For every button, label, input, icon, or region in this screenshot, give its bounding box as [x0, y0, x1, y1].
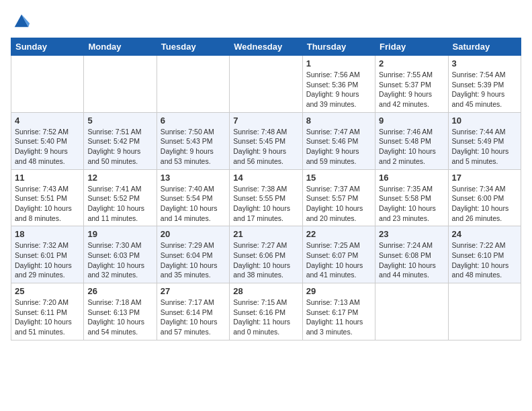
day-info: Sunrise: 7:50 AM Sunset: 5:43 PM Dayligh… [161, 127, 226, 167]
day-info: Sunrise: 7:27 AM Sunset: 6:06 PM Dayligh… [233, 240, 298, 280]
day-info: Sunrise: 7:20 AM Sunset: 6:11 PM Dayligh… [15, 298, 80, 337]
calendar-cell: 10Sunrise: 7:44 AM Sunset: 5:49 PM Dayli… [448, 112, 521, 169]
day-info: Sunrise: 7:35 AM Sunset: 5:58 PM Dayligh… [379, 184, 444, 224]
calendar-cell: 22Sunrise: 7:25 AM Sunset: 6:07 PM Dayli… [302, 226, 375, 283]
day-number: 19 [87, 229, 152, 239]
day-number: 11 [15, 173, 80, 183]
calendar-cell: 9Sunrise: 7:46 AM Sunset: 5:48 PM Daylig… [375, 112, 448, 169]
day-info: Sunrise: 7:55 AM Sunset: 5:37 PM Dayligh… [379, 70, 444, 109]
day-info: Sunrise: 7:34 AM Sunset: 6:00 PM Dayligh… [452, 184, 517, 224]
day-info: Sunrise: 7:47 AM Sunset: 5:46 PM Dayligh… [306, 127, 371, 167]
day-info: Sunrise: 7:37 AM Sunset: 5:57 PM Dayligh… [306, 184, 371, 224]
day-number: 16 [379, 173, 444, 183]
calendar-week-3: 11Sunrise: 7:43 AM Sunset: 5:51 PM Dayli… [11, 169, 521, 226]
day-number: 23 [379, 229, 444, 239]
day-number: 17 [452, 173, 517, 183]
calendar-cell [448, 283, 521, 340]
calendar-cell: 21Sunrise: 7:27 AM Sunset: 6:06 PM Dayli… [230, 226, 302, 283]
calendar-cell: 17Sunrise: 7:34 AM Sunset: 6:00 PM Dayli… [448, 169, 521, 226]
day-number: 6 [161, 116, 226, 126]
day-number: 13 [161, 173, 226, 183]
logo [11, 11, 31, 32]
day-number: 20 [161, 229, 226, 239]
day-header-sunday: Sunday [11, 38, 84, 56]
calendar-cell: 2Sunrise: 7:55 AM Sunset: 5:37 PM Daylig… [375, 56, 448, 113]
calendar-cell: 15Sunrise: 7:37 AM Sunset: 5:57 PM Dayli… [302, 169, 375, 226]
day-number: 26 [87, 286, 152, 296]
calendar-header: SundayMondayTuesdayWednesdayThursdayFrid… [11, 38, 521, 56]
day-info: Sunrise: 7:30 AM Sunset: 6:03 PM Dayligh… [87, 240, 152, 280]
day-info: Sunrise: 7:54 AM Sunset: 5:39 PM Dayligh… [452, 70, 517, 109]
calendar-cell [230, 56, 302, 113]
calendar-cell: 7Sunrise: 7:48 AM Sunset: 5:45 PM Daylig… [230, 112, 302, 169]
page-header [11, 11, 521, 32]
calendar-cell [157, 56, 229, 113]
day-info: Sunrise: 7:44 AM Sunset: 5:49 PM Dayligh… [452, 127, 517, 167]
calendar-cell: 4Sunrise: 7:52 AM Sunset: 5:40 PM Daylig… [11, 112, 84, 169]
calendar-cell: 1Sunrise: 7:56 AM Sunset: 5:36 PM Daylig… [302, 56, 375, 113]
calendar: SundayMondayTuesdayWednesdayThursdayFrid… [11, 38, 521, 340]
day-info: Sunrise: 7:38 AM Sunset: 5:55 PM Dayligh… [233, 184, 298, 224]
day-number: 7 [233, 116, 298, 126]
day-header-monday: Monday [84, 38, 157, 56]
day-number: 28 [233, 286, 298, 296]
day-number: 3 [452, 58, 517, 68]
calendar-week-2: 4Sunrise: 7:52 AM Sunset: 5:40 PM Daylig… [11, 112, 521, 169]
day-headers-row: SundayMondayTuesdayWednesdayThursdayFrid… [11, 38, 521, 56]
day-info: Sunrise: 7:41 AM Sunset: 5:52 PM Dayligh… [87, 184, 152, 224]
calendar-cell: 18Sunrise: 7:32 AM Sunset: 6:01 PM Dayli… [11, 226, 84, 283]
calendar-week-1: 1Sunrise: 7:56 AM Sunset: 5:36 PM Daylig… [11, 56, 521, 113]
day-number: 14 [233, 173, 298, 183]
day-info: Sunrise: 7:29 AM Sunset: 6:04 PM Dayligh… [161, 240, 226, 280]
calendar-cell: 26Sunrise: 7:18 AM Sunset: 6:13 PM Dayli… [84, 283, 157, 340]
day-number: 15 [306, 173, 371, 183]
day-header-wednesday: Wednesday [230, 38, 302, 56]
day-info: Sunrise: 7:48 AM Sunset: 5:45 PM Dayligh… [233, 127, 298, 167]
day-number: 22 [306, 229, 371, 239]
day-number: 2 [379, 58, 444, 68]
day-info: Sunrise: 7:25 AM Sunset: 6:07 PM Dayligh… [306, 240, 371, 280]
day-info: Sunrise: 7:13 AM Sunset: 6:17 PM Dayligh… [306, 298, 371, 337]
day-number: 5 [87, 116, 152, 126]
day-info: Sunrise: 7:43 AM Sunset: 5:51 PM Dayligh… [15, 184, 80, 224]
day-info: Sunrise: 7:52 AM Sunset: 5:40 PM Dayligh… [15, 127, 80, 167]
day-info: Sunrise: 7:18 AM Sunset: 6:13 PM Dayligh… [87, 298, 152, 337]
day-number: 24 [452, 229, 517, 239]
calendar-cell: 16Sunrise: 7:35 AM Sunset: 5:58 PM Dayli… [375, 169, 448, 226]
calendar-cell: 27Sunrise: 7:17 AM Sunset: 6:14 PM Dayli… [157, 283, 229, 340]
day-info: Sunrise: 7:56 AM Sunset: 5:36 PM Dayligh… [306, 70, 371, 109]
day-header-thursday: Thursday [302, 38, 375, 56]
calendar-week-4: 18Sunrise: 7:32 AM Sunset: 6:01 PM Dayli… [11, 226, 521, 283]
calendar-cell: 14Sunrise: 7:38 AM Sunset: 5:55 PM Dayli… [230, 169, 302, 226]
day-number: 1 [306, 58, 371, 68]
day-info: Sunrise: 7:32 AM Sunset: 6:01 PM Dayligh… [15, 240, 80, 280]
calendar-cell: 29Sunrise: 7:13 AM Sunset: 6:17 PM Dayli… [302, 283, 375, 340]
calendar-cell: 3Sunrise: 7:54 AM Sunset: 5:39 PM Daylig… [448, 56, 521, 113]
calendar-cell: 13Sunrise: 7:40 AM Sunset: 5:54 PM Dayli… [157, 169, 229, 226]
day-header-saturday: Saturday [448, 38, 521, 56]
day-info: Sunrise: 7:15 AM Sunset: 6:16 PM Dayligh… [233, 298, 298, 337]
day-number: 25 [15, 286, 80, 296]
calendar-week-5: 25Sunrise: 7:20 AM Sunset: 6:11 PM Dayli… [11, 283, 521, 340]
calendar-cell: 28Sunrise: 7:15 AM Sunset: 6:16 PM Dayli… [230, 283, 302, 340]
day-number: 8 [306, 116, 371, 126]
day-info: Sunrise: 7:24 AM Sunset: 6:08 PM Dayligh… [379, 240, 444, 280]
calendar-cell [11, 56, 84, 113]
logo-icon [12, 11, 31, 30]
calendar-cell: 24Sunrise: 7:22 AM Sunset: 6:10 PM Dayli… [448, 226, 521, 283]
day-number: 21 [233, 229, 298, 239]
day-number: 27 [161, 286, 226, 296]
day-header-friday: Friday [375, 38, 448, 56]
calendar-cell: 11Sunrise: 7:43 AM Sunset: 5:51 PM Dayli… [11, 169, 84, 226]
day-number: 9 [379, 116, 444, 126]
day-number: 29 [306, 286, 371, 296]
calendar-cell: 6Sunrise: 7:50 AM Sunset: 5:43 PM Daylig… [157, 112, 229, 169]
day-number: 12 [87, 173, 152, 183]
day-info: Sunrise: 7:40 AM Sunset: 5:54 PM Dayligh… [161, 184, 226, 224]
calendar-cell: 8Sunrise: 7:47 AM Sunset: 5:46 PM Daylig… [302, 112, 375, 169]
day-info: Sunrise: 7:51 AM Sunset: 5:42 PM Dayligh… [87, 127, 152, 167]
calendar-cell [375, 283, 448, 340]
calendar-cell: 20Sunrise: 7:29 AM Sunset: 6:04 PM Dayli… [157, 226, 229, 283]
day-number: 10 [452, 116, 517, 126]
calendar-cell: 5Sunrise: 7:51 AM Sunset: 5:42 PM Daylig… [84, 112, 157, 169]
